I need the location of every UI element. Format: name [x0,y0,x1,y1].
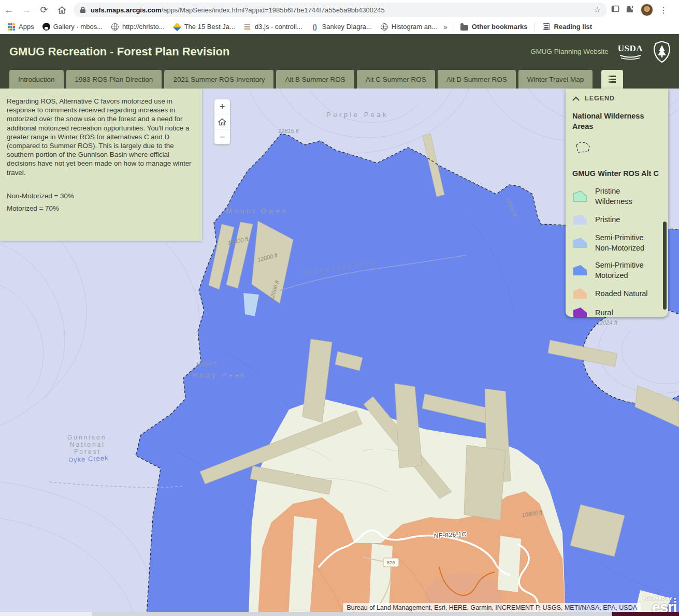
swatch-pristine-wilderness [572,190,588,202]
home-extent-button[interactable] [214,114,230,129]
legend-label: Semi-Primitive Motorized [595,260,653,281]
swatch-pristine [572,213,588,226]
stackoverflow-icon [243,23,252,31]
reload-icon[interactable]: ⟳ [35,2,53,18]
legend-section-title: GMUG Winter ROS Alt C [572,168,660,179]
tab-alt-c-summer-ros[interactable]: Alt C Summer ROS [357,70,435,89]
bookmark-star-icon[interactable]: ☆ [594,5,601,14]
stat-non-motorized: Non-Motorized = 30% [7,192,195,200]
browser-menu-icon[interactable]: ⋮ [659,5,668,15]
apps-grid-icon [7,23,16,31]
globe-icon [380,23,388,31]
tab-introduction[interactable]: Introduction [9,70,64,89]
bookmark-item[interactable]: Histogram an... [376,23,441,31]
chevron-up-icon [572,96,580,101]
bookmarks-overflow-chevron[interactable]: » [441,23,450,31]
bookmark-label: The 15 Best Ja... [184,23,235,31]
profile-avatar[interactable] [641,4,653,16]
bookmark-label: Sankey Diagra... [322,23,372,31]
tab-1983-ros-plan-direction[interactable]: 1983 ROS Plan Direction [66,70,162,89]
url-bar[interactable]: usfs.maps.arcgis.com/apps/MapSeries/inde… [74,3,607,17]
tab-2021-summer-ros-inventory[interactable]: 2021 Summer ROS Inventory [164,70,273,89]
forest-label: National [70,441,105,448]
road-shield-label: 826 [387,560,395,565]
legend-item: Roaded Natural [572,287,668,300]
bookmark-item[interactable]: ()Sankey Diagra... [307,23,376,31]
tab-index-list[interactable] [601,70,623,89]
diamond-icon [173,23,181,31]
other-bookmarks[interactable]: Other bookmarks [456,23,532,31]
reading-list-icon [542,23,551,31]
zoom-out-button[interactable]: − [214,129,230,144]
swatch-semi-primitive-non-motorized [572,237,588,249]
divider [534,22,535,32]
swatch-rural [572,306,588,319]
browser-toolbar: ← → ⟳ usfs.maps.arcgis.com/apps/MapSerie… [0,0,679,20]
lock-icon [80,6,86,13]
url-domain: usfs.maps.arcgis.com [91,6,162,14]
back-icon[interactable]: ← [0,2,18,18]
tab-winter-travel-map[interactable]: Winter Travel Map [518,70,593,89]
legend-scrollbar[interactable] [663,222,667,310]
divider [453,22,453,32]
map-area: Purple Peak 12815 ft Mount Owen 12400 ft… [0,89,679,616]
legend-header[interactable]: LEGEND [572,95,668,102]
app-header: GMUG Recreation - Forest Plan Revision G… [0,34,679,69]
home-icon[interactable] [53,2,70,18]
legend-item: Semi-Primitive Motorized [572,260,668,281]
scrollbar-dark-segment [612,612,679,616]
ruby-peak-label: Ruby Peak [193,371,247,379]
elev-label: 12024 ft [597,319,618,326]
swatch-semi-primitive-motorized [572,264,588,276]
legend-item: Semi-Primitive Non-Motorized [572,232,668,253]
legend-panel: LEGEND National Wilderness Areas GMUG Wi… [566,89,668,317]
legend-label: Pristine [595,214,653,225]
reading-list-label: Reading list [554,23,592,31]
observable-icon: () [311,23,319,31]
tab-alt-d-summer-ros[interactable]: Alt D Summer ROS [438,70,516,89]
sidebar-icon[interactable] [611,5,619,15]
bookmark-item[interactable]: d3.js - controll... [239,23,307,31]
swatch-roaded-natural [572,287,588,300]
bookmark-item[interactable]: The 15 Best Ja... [169,23,239,31]
legend-label: Roaded Natural [595,288,653,299]
legend-item: Pristine [572,213,668,226]
legend-title-text: LEGEND [585,95,615,102]
esri-logo: POWERED BY esri [643,596,676,613]
extensions-puzzle-icon[interactable] [626,5,634,16]
apps-label: Apps [19,23,34,31]
forward-icon[interactable]: → [18,2,35,18]
url-path: /apps/MapSeries/index.html?appid=1985b6f… [162,6,385,14]
apps-shortcut[interactable]: Apps [3,23,38,31]
tab-alt-b-summer-ros[interactable]: Alt B Summer ROS [276,70,354,89]
globe-icon [111,23,119,31]
url-text: usfs.maps.arcgis.com/apps/MapSeries/inde… [91,6,590,14]
other-bookmarks-label: Other bookmarks [472,23,528,31]
bookmark-label: d3.js - controll... [255,23,302,31]
purple-peak-label: Purple Peak [326,111,388,119]
scrollbar-thumb[interactable] [92,612,612,616]
legend-item: Rural [572,306,668,319]
dyke-creek-label: Dyke Creek [68,454,109,464]
elev-label: 12815 ft [278,128,299,134]
horizontal-scrollbar[interactable] [0,612,679,616]
stat-motorized: Motorized = 70% [7,204,195,212]
forest-label: Gunnison [67,434,106,441]
map-zoom-control: + − [214,99,230,144]
bookmark-item[interactable]: http://christo... [107,23,169,31]
github-icon [42,23,50,31]
zoom-in-button[interactable]: + [214,99,230,114]
bookmark-label: Gallery · mbos... [53,23,103,31]
reading-list[interactable]: Reading list [538,23,596,31]
bookmark-item[interactable]: Gallery · mbos... [38,23,107,31]
usda-logo: USDA [618,43,643,60]
folder-icon [460,23,469,31]
story-tabs: Introduction 1983 ROS Plan Direction 202… [0,69,679,89]
legend-item: Pristine Wilderness [572,186,668,207]
legend-label: Pristine Wilderness [595,186,653,207]
bookmark-label: Histogram an... [392,23,437,31]
narrative-text: Regarding ROS, Alternative C favors moto… [7,97,195,177]
planning-website-link[interactable]: GMUG Planning Website [530,48,609,55]
legend-items: Pristine Wilderness Pristine Semi-Primit… [572,186,668,319]
legend-section-title: National Wilderness Areas [572,111,650,131]
